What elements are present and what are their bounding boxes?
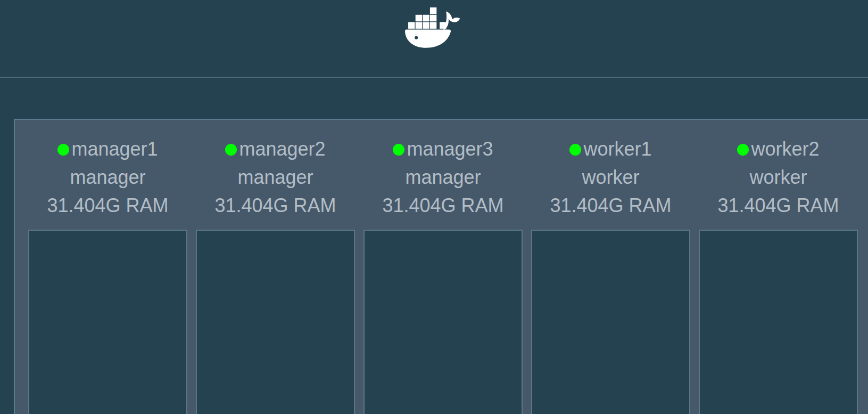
node-tasks-box (28, 230, 187, 414)
docker-logo-icon (404, 6, 465, 49)
app-header (0, 0, 868, 78)
nodes-row: manager1 manager 31.404G RAM manager2 ma… (28, 135, 868, 414)
whale-eye-icon (415, 36, 418, 39)
node-ram: 31.404G RAM (196, 191, 355, 220)
node-name-line: manager2 (196, 135, 355, 163)
swarm-panel: manager1 manager 31.404G RAM manager2 ma… (14, 119, 868, 414)
node-name: manager2 (239, 135, 325, 163)
node-title: worker1 worker 31.404G RAM (531, 135, 690, 220)
node-status-dot-icon (737, 144, 749, 156)
node-column: worker1 worker 31.404G RAM (531, 135, 690, 414)
node-ram: 31.404G RAM (531, 191, 690, 220)
node-role: manager (363, 163, 523, 191)
node-title: manager3 manager 31.404G RAM (363, 135, 523, 220)
node-title: worker2 worker 31.404G RAM (699, 135, 858, 220)
node-column: worker2 worker 31.404G RAM (699, 135, 858, 414)
node-tasks-box (699, 230, 858, 414)
node-tasks-box (363, 230, 523, 414)
node-status-dot-icon (393, 144, 404, 156)
node-role: manager (196, 163, 355, 191)
node-tasks-box (531, 230, 690, 414)
node-title: manager2 manager 31.404G RAM (196, 135, 355, 220)
node-name: manager1 (71, 135, 158, 163)
node-ram: 31.404G RAM (699, 191, 858, 220)
node-name: worker1 (583, 135, 651, 163)
node-role: worker (531, 163, 690, 191)
node-column: manager1 manager 31.404G RAM (28, 135, 187, 414)
node-name-line: manager3 (363, 135, 523, 163)
node-name-line: worker2 (699, 135, 858, 163)
node-column: manager3 manager 31.404G RAM (363, 135, 523, 414)
node-ram: 31.404G RAM (363, 191, 523, 220)
node-name: manager3 (407, 135, 493, 163)
node-status-dot-icon (225, 144, 237, 156)
node-name-line: worker1 (531, 135, 690, 163)
node-title: manager1 manager 31.404G RAM (28, 135, 187, 220)
node-tasks-box (196, 230, 355, 414)
node-role: manager (28, 163, 187, 191)
node-status-dot-icon (57, 144, 69, 156)
node-column: manager2 manager 31.404G RAM (196, 135, 355, 414)
node-ram: 31.404G RAM (28, 191, 187, 220)
node-name: worker2 (751, 135, 819, 163)
node-role: worker (699, 163, 858, 191)
node-name-line: manager1 (28, 135, 187, 163)
node-status-dot-icon (569, 144, 581, 156)
